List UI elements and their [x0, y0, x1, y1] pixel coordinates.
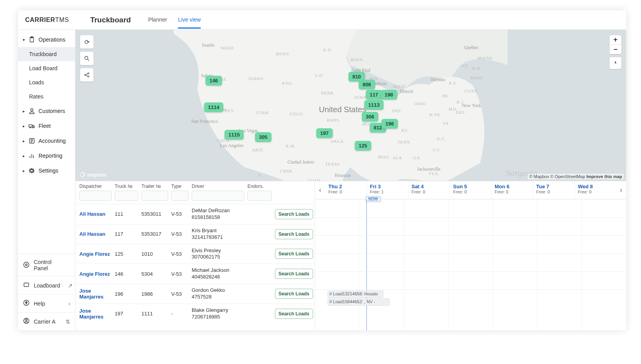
sidebar-item-customers[interactable]: Customers	[18, 104, 75, 118]
filter-input-5[interactable]	[247, 191, 272, 201]
timeline-body[interactable]: # Load13214658: Housto# Load15844652: , …	[315, 199, 626, 330]
table-row: Angie Florez1251010V-53Elvis Presley3070…	[75, 244, 315, 264]
map-marker[interactable]: 117	[366, 90, 382, 100]
map[interactable]: United StatesSargassoSeaWASH.MONT.N.D.MI…	[75, 30, 626, 181]
zoom-in-button[interactable]: +	[610, 35, 621, 45]
state-label: VT.	[462, 64, 469, 68]
tab-live-view[interactable]: Live view	[178, 11, 201, 29]
state-label: W.VA.	[429, 112, 441, 117]
sidebar-footer-carrier-a[interactable]: Carrier A⇅	[18, 312, 75, 330]
timeline-day[interactable]: Mon 6Free: 0	[491, 181, 533, 199]
timeline-day[interactable]: Wed 8Free: 0	[574, 181, 616, 199]
sidebar-sub-rates[interactable]: Rates	[18, 89, 75, 104]
map-marker[interactable]: 306	[362, 112, 378, 122]
map-marker[interactable]: 806	[359, 80, 375, 89]
filter-input-0[interactable]	[79, 191, 112, 201]
map-tools-left: ⟳	[80, 35, 93, 82]
timeline-prev-button[interactable]: ‹	[315, 181, 325, 199]
search-loads-button[interactable]: Search Loads	[275, 249, 313, 259]
svg-point-4	[30, 127, 31, 128]
sidebar-footer-help[interactable]: ?Help›	[18, 294, 75, 312]
search-loads-button[interactable]: Search Loads	[275, 269, 313, 279]
sidebar-item-accounting[interactable]: Accounting	[18, 133, 75, 148]
state-label: CONN.	[464, 89, 479, 93]
help-icon: ?	[23, 299, 30, 308]
svg-rect-12	[24, 283, 29, 287]
state-label: VA.	[443, 121, 450, 126]
tab-planner[interactable]: Planner	[148, 11, 167, 29]
day-free: Free: 0	[412, 189, 447, 194]
sidebar-item-settings[interactable]: Settings	[18, 163, 75, 178]
day-free: Free: 0	[328, 189, 363, 194]
city-label: Jacksonville	[417, 166, 440, 172]
caret-icon	[22, 124, 25, 128]
sidebar-item-fleet[interactable]: Fleet	[18, 118, 75, 133]
filter-input-4[interactable]	[192, 191, 244, 201]
timeline-day[interactable]: Sat 4Free: 0	[408, 181, 450, 199]
timeline-day[interactable]: Sun 5Free: 0	[450, 181, 491, 199]
sidebar-sub-loads[interactable]: Loads	[18, 75, 75, 89]
map-marker[interactable]: 196	[381, 119, 398, 129]
sidebar-footer-label: Loadboard	[34, 282, 60, 289]
state-label: OHIO	[414, 101, 427, 106]
svg-line-24	[86, 75, 88, 76]
map-marker[interactable]: 1114	[204, 102, 223, 112]
dispatcher-link[interactable]: Angie Florez	[79, 251, 115, 257]
sidebar-item-label: Settings	[38, 167, 59, 174]
sidebar-sub-load-board[interactable]: Load Board	[18, 61, 75, 75]
state-label: KANS.	[327, 118, 341, 122]
topbar: CARRIERTMS Truckboard PlannerLive view	[18, 10, 626, 30]
dispatcher-link[interactable]: Angie Florez	[79, 271, 115, 277]
sidebar-item-reporting[interactable]: Reporting	[18, 148, 75, 163]
sidebar-footer-loadboard[interactable]: Loadboard↗	[18, 276, 75, 294]
filter-input-2[interactable]	[141, 191, 168, 201]
map-marker[interactable]: 305	[255, 132, 271, 142]
refresh-icon[interactable]: ⟳	[80, 35, 93, 49]
day-title: Sun 5	[453, 184, 488, 189]
sidebar-item-operations[interactable]: Operations	[18, 32, 75, 47]
state-label: NEV.	[225, 108, 235, 113]
sidebar-footer-control-panel[interactable]: Control Panel	[18, 254, 75, 276]
dispatcher-link[interactable]: Ali Hassan	[79, 231, 115, 237]
svg-text:?: ?	[25, 301, 27, 305]
search-loads-button[interactable]: Search Loads	[275, 209, 313, 219]
map-marker[interactable]: 1113	[364, 100, 384, 110]
timeline-next-button[interactable]: ›	[616, 181, 626, 199]
state-label: IOWA	[354, 95, 366, 100]
timeline-day[interactable]: Tue 7Free: 0	[533, 181, 574, 199]
trailer-no: 1010	[141, 251, 171, 257]
driver: Elvis Presley3070062175	[192, 248, 247, 261]
improve-map-link[interactable]: Improve this map	[586, 174, 622, 179]
state-label: IDAHO	[248, 76, 264, 81]
compass-button[interactable]	[610, 57, 621, 69]
sidebar-sub-truckboard[interactable]: Truckboard	[18, 47, 75, 61]
search-loads-button[interactable]: Search Loads	[275, 229, 313, 239]
map-marker[interactable]: 146	[205, 76, 222, 86]
filter-input-3[interactable]	[171, 191, 189, 201]
map-marker[interactable]: 198	[381, 90, 397, 100]
timeline-load[interactable]: # Load13214658: Housto	[328, 291, 384, 298]
share-icon[interactable]	[80, 68, 93, 82]
timeline-day[interactable]: Thu 2Free: 0	[325, 181, 366, 199]
search-loads-button[interactable]: Search Loads	[275, 309, 313, 319]
table-row: Ali Hassan1175353017V-53Kris Bryant32141…	[75, 224, 315, 244]
board-header: DispatcherTruck №Trailer №TypeDriverEndo…	[75, 181, 315, 191]
dispatcher-link[interactable]: Jose Manjarres	[79, 288, 115, 300]
timeline-load[interactable]: # Load15844652: , NV -	[328, 298, 390, 306]
map-marker[interactable]: 125	[355, 141, 371, 151]
filter-input-1[interactable]	[115, 191, 138, 201]
map-marker[interactable]: 1115	[225, 130, 244, 140]
search-icon[interactable]	[80, 52, 93, 65]
map-marker[interactable]: 197	[316, 128, 333, 138]
city-label: Toronto	[430, 77, 445, 83]
day-title: Fri 3	[370, 184, 405, 189]
state-label: S.	[258, 173, 262, 177]
state-label: MAINE	[478, 56, 493, 60]
dispatcher-link[interactable]: Ali Hassan	[79, 211, 115, 217]
day-free: Free: 0	[453, 189, 488, 194]
zoom-out-button[interactable]: −	[610, 45, 621, 54]
city-label: Los Angeles	[220, 143, 244, 149]
dispatcher-link[interactable]: Jose Manjarres	[79, 308, 115, 320]
search-loads-button[interactable]: Search Loads	[275, 289, 313, 299]
state-label: COLO.	[289, 111, 304, 116]
